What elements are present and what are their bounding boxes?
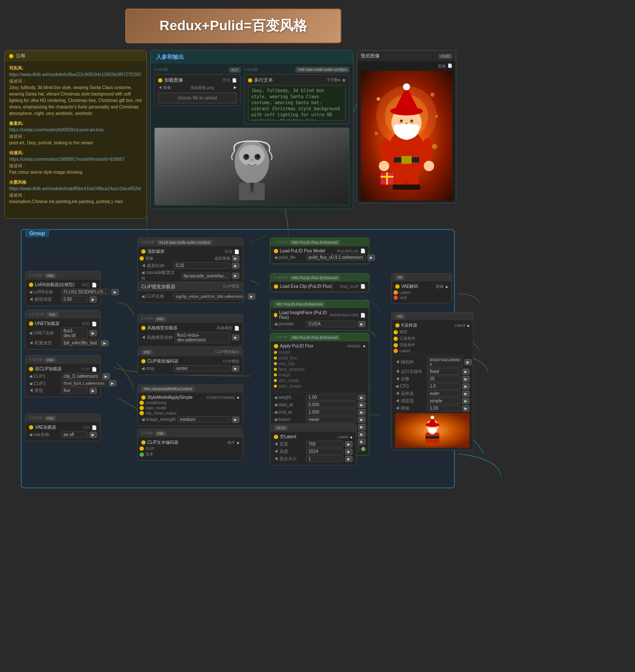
scheduler-label: ◀ 调度器	[395, 398, 425, 404]
clip-type-row: ◀ 类型 flux ▶	[29, 387, 97, 394]
svg-point-1	[239, 145, 265, 166]
pulid-icon: 📄	[360, 248, 365, 253]
steps-arrow[interactable]: ▶	[462, 376, 470, 382]
add-image-settings-arrow[interactable]: ▶	[234, 85, 237, 91]
svg-rect-12	[401, 156, 412, 164]
notes-dot	[9, 54, 13, 58]
fixed-arrow[interactable]: ▶	[462, 369, 470, 375]
unet-arrow[interactable]: ▶	[89, 330, 97, 336]
vae-name-arrow[interactable]: ▶	[89, 432, 97, 438]
cfg-arrow[interactable]: ▶	[462, 383, 470, 389]
pulid-file-row: ◀ pulid_file pulid_flux_v0.9.1.safeensor…	[274, 254, 365, 261]
add-image-node-header: 加载图像 图像 📄	[158, 77, 237, 83]
notes-panel: 注释 写实风: https://www.liblib.art/modelinfo…	[4, 50, 147, 219]
style-model-dot	[141, 326, 146, 330]
clip-vision-arrow[interactable]: ▶	[248, 293, 255, 299]
apply-pulid-header: 1.587秒 #84 PuLID-Flux-Enhanced	[270, 333, 369, 341]
unet-dtype-arrow[interactable]: ▶	[101, 340, 108, 346]
file-upload-area[interactable]: choose file to upload	[158, 92, 237, 103]
empty-latent-body: 空Latent Latent ● ◀ 宽度 768 ▶ ◀ 高度 1024 ▶ …	[270, 432, 356, 465]
insight-dot	[274, 313, 277, 317]
k-pos-label: 正面条件	[400, 336, 415, 341]
insight-prov-label: ◀ provider	[274, 322, 304, 326]
pulid-file-value: pulid_flux_v0.9.1.safeensors	[306, 254, 366, 261]
crop-ratio-label: ◀ 裁剪比例	[141, 263, 171, 269]
svg-point-25	[424, 161, 434, 171]
pulid-title: Load PuLID Flux Model	[280, 248, 325, 253]
fusion-arrow[interactable]: ▶	[358, 417, 365, 423]
file-upload-text: choose file to upload	[178, 96, 217, 100]
clip2-arrow[interactable]: ▶	[109, 380, 116, 386]
clip1-arrow[interactable]: ▶	[102, 373, 110, 379]
clip1-row: ◀ CLIP1 clip_l1.safeensors ▶	[29, 373, 97, 379]
denoise-arrow[interactable]: ▶	[462, 405, 470, 411]
clip-vision-encoder-node: #92 CLIP视觉编出 CLIP视觉编码器 CLIP视觉 ◀ crop cen…	[137, 347, 243, 375]
vae-decode-title: VAE解码	[401, 283, 418, 290]
fixed-row: ◀ 运行后操作 fixed ▶	[395, 368, 470, 375]
sampler-arrow[interactable]: ▶	[462, 391, 470, 397]
train-step-arrow[interactable]: ▶	[358, 439, 365, 445]
cfg-row: ◀ CFG 1.0 ▶	[395, 383, 470, 389]
cascade-arrow[interactable]: ▶	[232, 273, 239, 279]
io-title-text: 入参和输出	[156, 54, 184, 60]
apply-pulid-timing: 1.587秒	[274, 334, 288, 340]
scheduler-value: simple	[427, 398, 460, 404]
svg-point-33	[377, 97, 380, 101]
crop-ratio-arrow[interactable]: ▶	[232, 263, 239, 269]
pulid-arrow[interactable]: ▶	[368, 255, 375, 261]
batch-arrow[interactable]: ▶	[345, 456, 352, 462]
style-strength-arrow[interactable]: ▶	[232, 417, 239, 423]
vae-label: VAE	[83, 425, 90, 430]
end-at-arrow[interactable]: ▶	[358, 409, 365, 415]
crop-val-arrow[interactable]: ▶	[232, 366, 239, 372]
svg-point-16	[403, 83, 410, 90]
dual-clip-icon: 📄	[92, 367, 97, 372]
k-neg-dot	[394, 343, 398, 347]
clip-text-out-label: 条件	[227, 440, 235, 446]
style-model-title: 风格模型加载器	[147, 325, 178, 331]
style-apply-header: #94 AdvancedRefluxControl	[138, 385, 243, 393]
seed-arrow[interactable]: ▶	[464, 359, 472, 365]
style-model-row: style_model	[141, 406, 239, 410]
multiline-textarea[interactable]: 1boy, fullbody, 3d blind box style, wear…	[248, 85, 346, 121]
sampler-label: ◀ 采样器	[395, 391, 425, 397]
vae-loader-body: VAE加载器 VAE 📄 ◀ vae名称 ae.sfl ▶	[25, 422, 100, 441]
k-latent-label: Latent	[400, 349, 410, 353]
style-strength-value: medium	[178, 416, 230, 423]
unet-title: UNET加载器	[35, 321, 60, 327]
crop-body: 顶部裁剪 图像 📄 图像 裁剪图像 ▶ ◀ 裁剪比例 0.25 ▶ ◀ casc…	[138, 246, 243, 285]
eva-icon: 📄	[360, 284, 365, 289]
cascade-row: ◀ cascade配置文件 ltpcascade_animefac... ▶	[141, 270, 239, 282]
vae-decode-latent-row: Latent	[395, 290, 448, 295]
clip2-row: ◀ CLIP2 t5xxl_fp16.1.safeensors ▶	[29, 380, 97, 386]
height-arrow[interactable]: ▶	[345, 449, 352, 455]
add-image-id: #17	[229, 67, 241, 73]
style-apply-title: StyleModelApplySimple	[147, 395, 193, 400]
denoise-label: ◀ 降噪	[395, 405, 425, 411]
unet-loader-node: 14.763秒 #31 UNET加载器 模型 📄 ◀ UNET名称 flux1-…	[25, 310, 101, 350]
svg-point-36	[375, 132, 378, 135]
scheduler-row: ◀ 调度器 simple ▶	[395, 398, 470, 404]
weight-arrow[interactable]: ▶	[358, 395, 365, 401]
scheduler-arrow[interactable]: ▶	[462, 398, 470, 404]
vae-decode-vae-label: VAE	[400, 296, 407, 300]
lora-strength-row: ◀ 模型强度 0.80 ▶	[29, 296, 97, 303]
insight-face-node: #87 PuLID-Flux-Enhanced Load InsightFace…	[270, 300, 369, 331]
vae-loader-header: 0.315秒 #32	[25, 414, 100, 422]
width-arrow[interactable]: ▶	[345, 441, 352, 447]
unet-id: #31	[47, 312, 58, 317]
lora-strength-arrow[interactable]: ▶	[89, 296, 97, 303]
clip-type-arrow[interactable]: ▶	[89, 388, 97, 394]
style-model-name-arrow[interactable]: ▶	[232, 334, 239, 341]
style-model-header: 0.09秒 #91	[138, 315, 243, 323]
fw-max-arrow[interactable]: ▶	[358, 424, 365, 430]
lora-name-arrow[interactable]: ▶	[111, 289, 119, 295]
fw-min-arrow[interactable]: ▶	[358, 431, 365, 437]
start-at-arrow[interactable]: ▶	[358, 402, 365, 408]
insight-prov-arrow[interactable]: ▶	[358, 321, 365, 327]
add-image-sublabel: 图像	[222, 77, 230, 83]
vae-decode-body: VAE解码 图像 ● Latent VAE	[392, 281, 451, 303]
pulid-model-node: 2.910秒 #85 PuLID-Flux-Enhanced Load PuLI…	[270, 238, 369, 264]
denoise-value: 1.00	[427, 405, 460, 411]
crop-crop-arrow[interactable]: ▶	[232, 255, 239, 261]
